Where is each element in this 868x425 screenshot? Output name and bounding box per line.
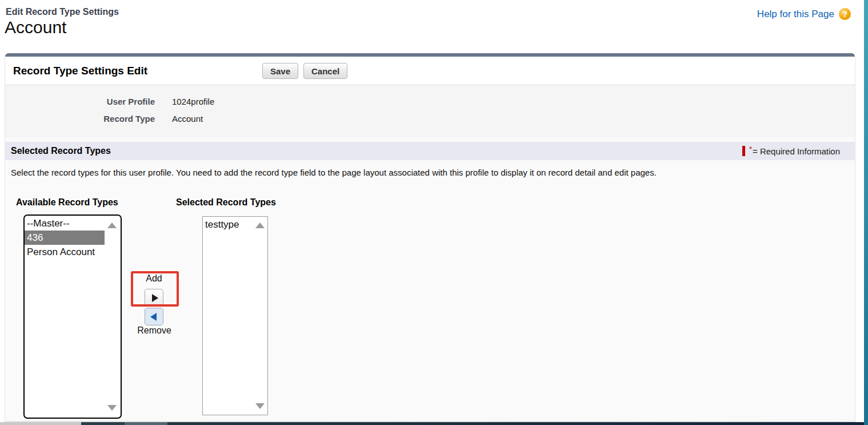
breadcrumb: Edit Record Type Settings: [6, 7, 119, 17]
description-text: Select the record types for this user pr…: [5, 160, 855, 184]
bottom-bar-segment: [81, 422, 125, 425]
available-list-items: --Master--436Person Account: [25, 216, 105, 259]
record-type-picker: Available Record Types Selected Record T…: [5, 184, 855, 421]
left-arrow-icon: [150, 313, 157, 321]
selected-list-items: testtype: [203, 217, 254, 232]
section-header: Selected Record Types * = Required Infor…: [5, 142, 855, 160]
section-title: Selected Record Types: [11, 146, 111, 156]
page-title: Account: [5, 18, 66, 37]
selected-list-label: Selected Record Types: [176, 197, 276, 208]
remove-button[interactable]: [145, 308, 163, 325]
record-type-settings-block: Record Type Settings Edit Save Cancel Us…: [5, 53, 855, 422]
right-arrow-icon: [152, 294, 158, 302]
bottom-bar-segment: [167, 422, 868, 425]
detail-row-record-type: Record Type Account: [5, 114, 855, 131]
bottom-bar-segment: [125, 422, 167, 425]
user-profile-value: 1024profile: [172, 97, 214, 106]
cancel-button[interactable]: Cancel: [303, 63, 347, 79]
page: Edit Record Type Settings Account Help f…: [0, 0, 868, 425]
selected-listbox[interactable]: testtype: [202, 216, 268, 415]
list-option-436[interactable]: 436: [25, 231, 105, 245]
list-option-master[interactable]: --Master--: [25, 216, 105, 231]
bottom-bar-segment: [0, 422, 81, 425]
required-asterisk: *: [749, 145, 752, 153]
help-link[interactable]: Help for this Page: [757, 9, 834, 20]
required-legend: * = Required Information: [742, 146, 840, 156]
user-profile-label: User Profile: [5, 97, 155, 106]
list-option-testtype[interactable]: testtype: [203, 217, 254, 232]
required-bar-icon: [742, 146, 745, 156]
remove-label: Remove: [126, 325, 182, 336]
bottom-edge-bar: [0, 422, 868, 425]
add-label: Add: [145, 273, 163, 284]
required-text: = Required Information: [753, 146, 840, 156]
save-button[interactable]: Save: [262, 63, 298, 79]
right-accent-strip: [864, 0, 868, 425]
question-mark-icon[interactable]: ?: [839, 8, 851, 20]
available-list-label: Available Record Types: [16, 197, 118, 208]
record-type-value: Account: [172, 114, 203, 124]
detail-section: User Profile 1024profile Record Type Acc…: [5, 85, 855, 137]
block-title: Record Type Settings Edit: [13, 65, 147, 77]
block-header: Record Type Settings Edit Save Cancel: [5, 57, 855, 85]
list-option-person-account[interactable]: Person Account: [25, 245, 105, 259]
scroll-down-icon[interactable]: [107, 405, 117, 411]
scroll-up-icon[interactable]: [255, 223, 265, 228]
scroll-up-icon[interactable]: [107, 223, 117, 228]
available-listbox[interactable]: --Master--436Person Account: [23, 215, 122, 419]
help-area: Help for this Page ?: [757, 8, 851, 20]
add-button[interactable]: [145, 289, 163, 307]
record-type-label: Record Type: [5, 114, 155, 124]
scroll-down-icon[interactable]: [255, 403, 265, 409]
detail-row-user-profile: User Profile 1024profile: [5, 97, 855, 114]
